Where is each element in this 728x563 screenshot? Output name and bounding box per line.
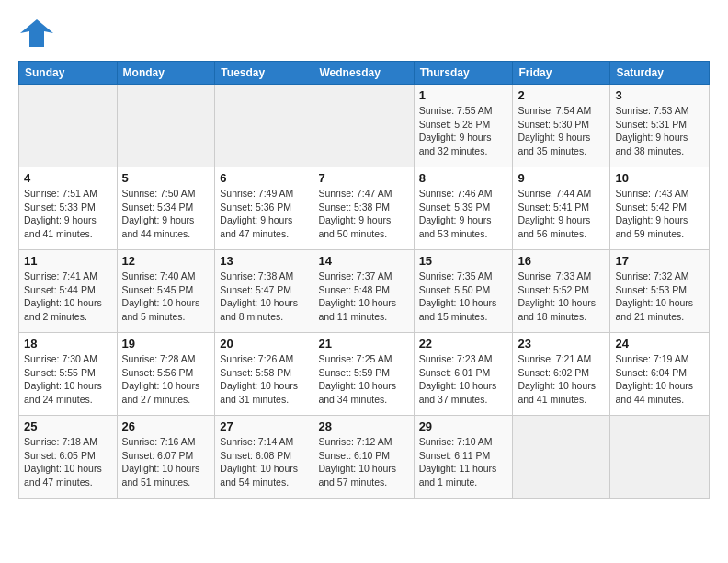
calendar-table: SundayMondayTuesdayWednesdayThursdayFrid… bbox=[18, 61, 710, 499]
calendar-cell: 11Sunrise: 7:41 AM Sunset: 5:44 PM Dayli… bbox=[19, 250, 118, 333]
calendar-cell: 18Sunrise: 7:30 AM Sunset: 5:55 PM Dayli… bbox=[19, 333, 118, 416]
day-number: 19 bbox=[122, 337, 210, 350]
calendar-cell: 21Sunrise: 7:25 AM Sunset: 5:59 PM Dayli… bbox=[313, 333, 414, 416]
calendar-cell bbox=[513, 416, 610, 499]
day-info: Sunrise: 7:44 AM Sunset: 5:41 PM Dayligh… bbox=[518, 187, 605, 241]
calendar-cell: 23Sunrise: 7:21 AM Sunset: 6:02 PM Dayli… bbox=[513, 333, 610, 416]
calendar-cell: 13Sunrise: 7:38 AM Sunset: 5:47 PM Dayli… bbox=[215, 250, 313, 333]
day-info: Sunrise: 7:14 AM Sunset: 6:08 PM Dayligh… bbox=[220, 435, 308, 489]
day-header-friday: Friday bbox=[513, 62, 610, 85]
calendar-cell: 10Sunrise: 7:43 AM Sunset: 5:42 PM Dayli… bbox=[610, 167, 710, 250]
day-number: 13 bbox=[220, 254, 308, 268]
calendar-cell: 28Sunrise: 7:12 AM Sunset: 6:10 PM Dayli… bbox=[313, 416, 414, 499]
day-number: 28 bbox=[318, 419, 408, 433]
day-info: Sunrise: 7:49 AM Sunset: 5:36 PM Dayligh… bbox=[220, 187, 308, 241]
calendar-cell: 26Sunrise: 7:16 AM Sunset: 6:07 PM Dayli… bbox=[117, 416, 215, 499]
day-number: 16 bbox=[518, 254, 605, 268]
calendar-cell: 16Sunrise: 7:33 AM Sunset: 5:52 PM Dayli… bbox=[513, 250, 610, 333]
day-number: 29 bbox=[419, 419, 508, 433]
day-number: 11 bbox=[24, 254, 112, 268]
calendar-cell: 3Sunrise: 7:53 AM Sunset: 5:31 PM Daylig… bbox=[610, 85, 710, 167]
calendar-cell bbox=[19, 85, 118, 167]
day-number: 2 bbox=[518, 88, 605, 102]
day-header-tuesday: Tuesday bbox=[215, 62, 313, 85]
calendar-week-1: 4Sunrise: 7:51 AM Sunset: 5:33 PM Daylig… bbox=[19, 167, 710, 250]
day-number: 26 bbox=[122, 419, 210, 433]
day-info: Sunrise: 7:12 AM Sunset: 6:10 PM Dayligh… bbox=[318, 435, 408, 489]
calendar-week-4: 25Sunrise: 7:18 AM Sunset: 6:05 PM Dayli… bbox=[19, 416, 710, 499]
day-info: Sunrise: 7:10 AM Sunset: 6:11 PM Dayligh… bbox=[419, 435, 508, 489]
calendar-cell: 17Sunrise: 7:32 AM Sunset: 5:53 PM Dayli… bbox=[610, 250, 710, 333]
day-info: Sunrise: 7:50 AM Sunset: 5:34 PM Dayligh… bbox=[122, 187, 210, 241]
day-number: 5 bbox=[122, 171, 210, 185]
day-number: 22 bbox=[419, 337, 508, 350]
day-number: 6 bbox=[220, 171, 308, 185]
day-info: Sunrise: 7:16 AM Sunset: 6:07 PM Dayligh… bbox=[122, 435, 210, 489]
calendar-cell: 19Sunrise: 7:28 AM Sunset: 5:56 PM Dayli… bbox=[117, 333, 215, 416]
day-info: Sunrise: 7:32 AM Sunset: 5:53 PM Dayligh… bbox=[615, 270, 704, 324]
calendar-cell: 25Sunrise: 7:18 AM Sunset: 6:05 PM Dayli… bbox=[19, 416, 118, 499]
day-number: 10 bbox=[615, 171, 704, 185]
day-info: Sunrise: 7:47 AM Sunset: 5:38 PM Dayligh… bbox=[318, 187, 408, 241]
day-header-sunday: Sunday bbox=[19, 62, 118, 85]
day-number: 17 bbox=[615, 254, 704, 268]
day-info: Sunrise: 7:38 AM Sunset: 5:47 PM Dayligh… bbox=[220, 270, 308, 324]
day-header-wednesday: Wednesday bbox=[313, 62, 414, 85]
day-number: 21 bbox=[318, 337, 408, 350]
day-number: 24 bbox=[615, 337, 704, 350]
svg-marker-0 bbox=[20, 19, 53, 47]
calendar-cell: 9Sunrise: 7:44 AM Sunset: 5:41 PM Daylig… bbox=[513, 167, 610, 250]
calendar-cell: 6Sunrise: 7:49 AM Sunset: 5:36 PM Daylig… bbox=[215, 167, 313, 250]
day-info: Sunrise: 7:19 AM Sunset: 6:04 PM Dayligh… bbox=[615, 352, 704, 407]
day-info: Sunrise: 7:51 AM Sunset: 5:33 PM Dayligh… bbox=[24, 187, 112, 241]
calendar-body: 1Sunrise: 7:55 AM Sunset: 5:28 PM Daylig… bbox=[19, 85, 710, 499]
day-number: 12 bbox=[122, 254, 210, 268]
calendar-cell: 15Sunrise: 7:35 AM Sunset: 5:50 PM Dayli… bbox=[414, 250, 513, 333]
calendar-cell: 4Sunrise: 7:51 AM Sunset: 5:33 PM Daylig… bbox=[19, 167, 118, 250]
logo bbox=[18, 15, 59, 52]
day-info: Sunrise: 7:28 AM Sunset: 5:56 PM Dayligh… bbox=[122, 352, 210, 407]
day-info: Sunrise: 7:37 AM Sunset: 5:48 PM Dayligh… bbox=[318, 270, 408, 324]
calendar-cell: 1Sunrise: 7:55 AM Sunset: 5:28 PM Daylig… bbox=[414, 85, 513, 167]
calendar-cell: 27Sunrise: 7:14 AM Sunset: 6:08 PM Dayli… bbox=[215, 416, 313, 499]
day-info: Sunrise: 7:30 AM Sunset: 5:55 PM Dayligh… bbox=[24, 352, 112, 407]
calendar-cell bbox=[117, 85, 215, 167]
day-info: Sunrise: 7:43 AM Sunset: 5:42 PM Dayligh… bbox=[615, 187, 704, 241]
day-number: 3 bbox=[615, 88, 704, 102]
calendar-cell: 2Sunrise: 7:54 AM Sunset: 5:30 PM Daylig… bbox=[513, 85, 610, 167]
day-number: 4 bbox=[24, 171, 112, 185]
day-number: 8 bbox=[419, 171, 508, 185]
calendar-cell: 22Sunrise: 7:23 AM Sunset: 6:01 PM Dayli… bbox=[414, 333, 513, 416]
day-number: 18 bbox=[24, 337, 112, 350]
day-number: 9 bbox=[518, 171, 605, 185]
logo-icon bbox=[18, 15, 55, 52]
day-header-saturday: Saturday bbox=[610, 62, 710, 85]
days-of-week-row: SundayMondayTuesdayWednesdayThursdayFrid… bbox=[19, 62, 710, 85]
day-info: Sunrise: 7:54 AM Sunset: 5:30 PM Dayligh… bbox=[518, 104, 605, 158]
day-info: Sunrise: 7:40 AM Sunset: 5:45 PM Dayligh… bbox=[122, 270, 210, 324]
day-info: Sunrise: 7:25 AM Sunset: 5:59 PM Dayligh… bbox=[318, 352, 408, 407]
calendar-cell: 24Sunrise: 7:19 AM Sunset: 6:04 PM Dayli… bbox=[610, 333, 710, 416]
day-number: 1 bbox=[419, 88, 508, 102]
day-number: 15 bbox=[419, 254, 508, 268]
calendar-cell: 5Sunrise: 7:50 AM Sunset: 5:34 PM Daylig… bbox=[117, 167, 215, 250]
calendar-week-0: 1Sunrise: 7:55 AM Sunset: 5:28 PM Daylig… bbox=[19, 85, 710, 167]
day-info: Sunrise: 7:46 AM Sunset: 5:39 PM Dayligh… bbox=[419, 187, 508, 241]
day-number: 27 bbox=[220, 419, 308, 433]
day-number: 20 bbox=[220, 337, 308, 350]
day-info: Sunrise: 7:41 AM Sunset: 5:44 PM Dayligh… bbox=[24, 270, 112, 324]
calendar-cell bbox=[313, 85, 414, 167]
day-info: Sunrise: 7:26 AM Sunset: 5:58 PM Dayligh… bbox=[220, 352, 308, 407]
page-header bbox=[18, 15, 710, 52]
day-info: Sunrise: 7:55 AM Sunset: 5:28 PM Dayligh… bbox=[419, 104, 508, 158]
day-header-monday: Monday bbox=[117, 62, 215, 85]
day-info: Sunrise: 7:53 AM Sunset: 5:31 PM Dayligh… bbox=[615, 104, 704, 158]
day-info: Sunrise: 7:21 AM Sunset: 6:02 PM Dayligh… bbox=[518, 352, 605, 407]
calendar-cell: 12Sunrise: 7:40 AM Sunset: 5:45 PM Dayli… bbox=[117, 250, 215, 333]
day-number: 23 bbox=[518, 337, 605, 350]
calendar-cell: 8Sunrise: 7:46 AM Sunset: 5:39 PM Daylig… bbox=[414, 167, 513, 250]
calendar-cell: 7Sunrise: 7:47 AM Sunset: 5:38 PM Daylig… bbox=[313, 167, 414, 250]
calendar-week-3: 18Sunrise: 7:30 AM Sunset: 5:55 PM Dayli… bbox=[19, 333, 710, 416]
day-info: Sunrise: 7:35 AM Sunset: 5:50 PM Dayligh… bbox=[419, 270, 508, 324]
day-number: 25 bbox=[24, 419, 112, 433]
